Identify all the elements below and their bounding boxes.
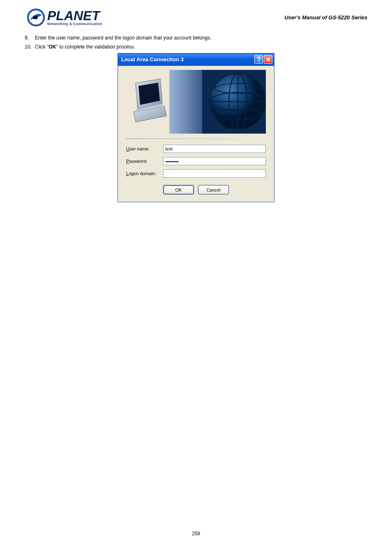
step-number: 10.	[25, 44, 35, 50]
logon-domain-input[interactable]	[163, 169, 266, 178]
username-label: User name:	[126, 146, 163, 151]
page-number: 259	[0, 531, 392, 536]
page-header: PLANET Networking & Communication User's…	[0, 0, 392, 35]
titlebar-buttons	[254, 55, 272, 64]
step-text: Enter the user name, password and the lo…	[35, 35, 367, 41]
step-10: 10. Click "OK" to complete the validatio…	[25, 44, 367, 50]
brand-name: PLANET	[47, 9, 102, 22]
step-9: 9. Enter the user name, password and the…	[25, 35, 367, 41]
step-text: Click "OK" to complete the validation pr…	[35, 44, 367, 50]
manual-title: User's Manual of GS-5220 Series	[284, 14, 367, 21]
dialog-titlebar: Local Area Connection 3	[118, 53, 274, 66]
logo-text: PLANET Networking & Communication	[47, 9, 102, 26]
divider	[126, 139, 266, 139]
logo-swoosh-icon	[27, 8, 45, 27]
svg-point-1	[33, 16, 38, 19]
step-number: 9.	[25, 35, 35, 41]
username-row: User name:	[126, 145, 266, 153]
credentials-dialog: Local Area Connection 3	[118, 53, 274, 202]
logo: PLANET Networking & Communication	[27, 8, 102, 27]
content-area: 9. Enter the user name, password and the…	[0, 35, 392, 202]
dialog-banner-image	[126, 70, 266, 134]
close-button[interactable]	[264, 55, 272, 64]
password-label: Password:	[126, 159, 163, 164]
password-row: Password:	[126, 157, 266, 165]
globe-icon	[208, 72, 266, 132]
cancel-button[interactable]: Cancel	[198, 185, 229, 194]
ok-button[interactable]: OK	[163, 185, 194, 194]
brand-tagline: Networking & Communication	[47, 22, 102, 26]
dialog-title: Local Area Connection 3	[121, 56, 184, 62]
monitor-icon	[129, 75, 171, 128]
logon-domain-label: Logon domain:	[126, 171, 163, 176]
help-button[interactable]	[254, 55, 263, 64]
dialog-buttons: OK Cancel	[126, 185, 266, 194]
password-input[interactable]	[163, 157, 266, 165]
logon-domain-row: Logon domain:	[126, 169, 266, 178]
username-input[interactable]	[163, 145, 266, 153]
